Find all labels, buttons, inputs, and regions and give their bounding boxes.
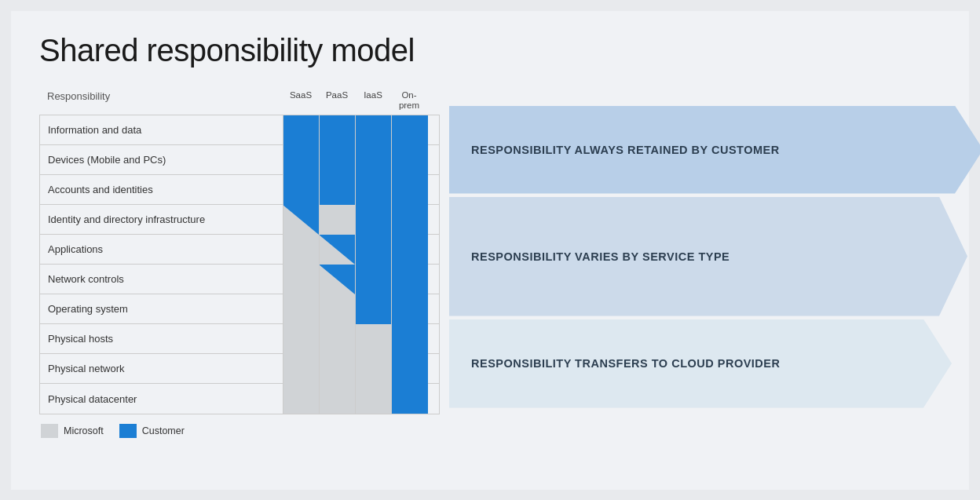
content-area: Responsibility SaaS PaaS IaaS On- prem I… <box>39 90 941 439</box>
cell <box>356 265 392 294</box>
table-row: Network controls <box>40 265 439 294</box>
cell <box>320 205 356 235</box>
legend-microsoft: Microsoft <box>41 424 104 438</box>
slide: Shared responsibility model Responsibili… <box>11 11 969 490</box>
cell <box>283 175 320 205</box>
arrow-1-text: RESPONSIBILITY ALWAYS RETAINED BY CUSTOM… <box>471 144 780 156</box>
cell <box>356 235 392 265</box>
arrow-shape-2: RESPONSIBILITY VARIES BY SERVICE TYPE <box>449 197 967 316</box>
col-header-saas: SaaS <box>283 90 319 112</box>
table-row: Operating system <box>40 294 439 324</box>
cell <box>356 115 392 145</box>
row-label: Applications <box>40 235 283 264</box>
table-rows: Information and data Devices (Mobile and… <box>39 115 440 414</box>
table-row: Information and data <box>40 115 439 145</box>
row-label: Information and data <box>40 115 283 144</box>
cell <box>392 175 428 205</box>
row-cells <box>283 235 428 264</box>
responsibility-label: Responsibility <box>39 90 283 115</box>
legend-microsoft-label: Microsoft <box>64 425 104 436</box>
cell <box>283 294 320 324</box>
row-cells <box>283 384 428 414</box>
cell <box>356 384 392 414</box>
row-label: Physical datacenter <box>40 384 283 414</box>
legend-customer-box <box>119 424 137 438</box>
row-cells <box>283 265 428 294</box>
table-section: Responsibility SaaS PaaS IaaS On- prem I… <box>39 90 440 439</box>
legend-microsoft-box <box>41 424 58 438</box>
cell <box>283 384 320 414</box>
cell <box>320 354 356 384</box>
row-cells <box>283 324 428 353</box>
cell <box>392 235 428 265</box>
cell <box>392 354 428 384</box>
cell <box>356 324 392 354</box>
cell <box>392 265 428 294</box>
cell <box>392 324 428 354</box>
table-row: Identity and directory infrastructure <box>40 205 439 235</box>
arrow-shape-3: RESPONSIBILITY TRANSFERS TO CLOUD PROVID… <box>449 319 952 408</box>
row-cells <box>283 294 428 323</box>
row-label: Physical network <box>40 354 283 383</box>
cell <box>283 115 320 145</box>
arrow-3-text: RESPONSIBILITY TRANSFERS TO CLOUD PROVID… <box>471 357 780 370</box>
cell <box>356 354 392 384</box>
row-label: Physical hosts <box>40 324 283 353</box>
row-label: Identity and directory infrastructure <box>40 205 283 234</box>
arrow-shape-1: RESPONSIBILITY ALWAYS RETAINED BY CUSTOM… <box>449 106 980 194</box>
cell <box>392 205 428 235</box>
row-label: Network controls <box>40 265 283 294</box>
row-label: Operating system <box>40 294 283 323</box>
cell <box>356 145 392 175</box>
table-row: Physical network <box>40 354 439 384</box>
cell <box>320 294 356 324</box>
cell <box>392 115 428 145</box>
table-row: Applications <box>40 235 439 265</box>
cell <box>320 324 356 354</box>
cell <box>356 205 392 235</box>
cell <box>356 175 392 205</box>
cell <box>283 235 320 265</box>
cell <box>320 265 356 294</box>
cell <box>283 205 320 235</box>
legend-customer-label: Customer <box>142 425 185 436</box>
page-title: Shared responsibility model <box>39 33 941 68</box>
cell <box>392 145 428 175</box>
arrows-section: RESPONSIBILITY ALWAYS RETAINED BY CUSTOM… <box>449 106 980 408</box>
cell <box>283 145 320 175</box>
table-row: Accounts and identities <box>40 175 439 205</box>
arrow-band-1: RESPONSIBILITY ALWAYS RETAINED BY CUSTOM… <box>449 106 980 194</box>
header-row: Responsibility SaaS PaaS IaaS On- prem <box>39 90 440 115</box>
row-label: Devices (Mobile and PCs) <box>40 145 283 174</box>
cell <box>320 175 356 205</box>
cell <box>320 235 356 265</box>
cell <box>392 384 428 414</box>
row-cells <box>283 145 428 174</box>
cell <box>392 294 428 324</box>
arrow-2-text: RESPONSIBILITY VARIES BY SERVICE TYPE <box>471 250 730 263</box>
col-headers: SaaS PaaS IaaS On- prem <box>283 90 427 112</box>
arrow-band-2: RESPONSIBILITY VARIES BY SERVICE TYPE <box>449 197 980 316</box>
col-header-iaas: IaaS <box>355 90 391 112</box>
row-cells <box>283 205 428 234</box>
cell <box>283 324 320 354</box>
cell <box>283 265 320 294</box>
cell <box>283 354 320 384</box>
table-row: Devices (Mobile and PCs) <box>40 145 439 175</box>
cell <box>356 294 392 324</box>
col-header-onprem: On- prem <box>391 90 427 112</box>
row-cells <box>283 175 428 204</box>
row-label: Accounts and identities <box>40 175 283 204</box>
cell <box>320 384 356 414</box>
cell <box>320 115 356 145</box>
cell <box>320 145 356 175</box>
arrow-band-3: RESPONSIBILITY TRANSFERS TO CLOUD PROVID… <box>449 319 980 408</box>
row-cells <box>283 115 428 144</box>
table-row: Physical datacenter <box>40 384 439 414</box>
legend-customer: Customer <box>119 424 185 438</box>
legend: Microsoft Customer <box>39 424 440 438</box>
col-header-paas: PaaS <box>319 90 355 112</box>
row-cells <box>283 354 428 383</box>
table-row: Physical hosts <box>40 324 439 354</box>
